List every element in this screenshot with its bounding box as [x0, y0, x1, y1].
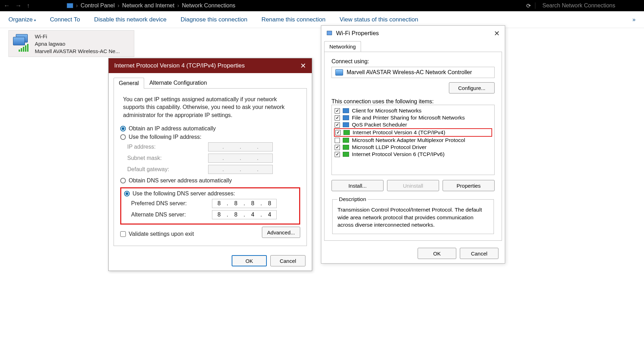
- item-label: QoS Packet Scheduler: [352, 122, 407, 128]
- connection-item[interactable]: Client for Microsoft Networks: [334, 107, 492, 114]
- protocol-icon: [343, 108, 349, 113]
- protocol-icon: [343, 122, 349, 127]
- breadcrumb[interactable]: › Control Panel › Network and Internet ›…: [67, 2, 522, 9]
- default-gateway-field: ...: [208, 165, 273, 174]
- ipv4-titlebar[interactable]: Internet Protocol Version 4 (TCP/IPv4) P…: [109, 58, 312, 73]
- tab-networking[interactable]: Networking: [324, 41, 361, 52]
- item-checkbox[interactable]: [335, 152, 340, 157]
- wifi-properties-dialog: Wi-Fi Properties ✕ Networking Connect us…: [321, 25, 505, 264]
- alternate-dns-field[interactable]: 8. 8. 4. 4: [212, 210, 277, 219]
- item-checkbox[interactable]: [335, 138, 340, 143]
- ip-address-field: ...: [208, 142, 273, 151]
- label-ip-address: IP address:: [127, 144, 208, 150]
- adapter-tile-wifi[interactable]: Wi-Fi Apna lagwao Marvell AVASTAR Wirele…: [8, 30, 134, 57]
- item-checkbox[interactable]: [335, 130, 341, 135]
- radio-auto-ip[interactable]: Obtain an IP address automatically: [120, 125, 300, 132]
- item-label: Microsoft Network Adapter Multiplexor Pr…: [352, 137, 465, 143]
- radio-use-dns-indicator: [124, 191, 130, 196]
- connection-item[interactable]: Internet Protocol Version 4 (TCP/IPv4): [334, 128, 492, 137]
- radio-use-ip[interactable]: Use the following IP address:: [120, 134, 300, 140]
- radio-auto-ip-indicator: [120, 126, 126, 131]
- label-default-gateway: Default gateway:: [127, 166, 208, 173]
- ipv4-title: Internet Protocol Version 4 (TCP/IPv4) P…: [114, 62, 245, 69]
- description-legend: Description: [337, 196, 368, 202]
- svg-rect-0: [327, 31, 332, 35]
- connection-item[interactable]: Microsoft Network Adapter Multiplexor Pr…: [334, 137, 492, 144]
- connection-items-list[interactable]: Client for Microsoft NetworksFile and Pr…: [331, 105, 495, 175]
- radio-auto-dns-indicator: [120, 178, 126, 183]
- ipv4-properties-dialog: Internet Protocol Version 4 (TCP/IPv4) P…: [108, 58, 312, 271]
- cancel-button[interactable]: Cancel: [270, 255, 305, 266]
- connection-item[interactable]: QoS Packet Scheduler: [334, 121, 492, 128]
- label-preferred-dns: Preferred DNS server:: [131, 200, 212, 207]
- search-input[interactable]: Search Network Connections: [535, 2, 640, 9]
- protocol-icon: [343, 130, 350, 135]
- connection-item[interactable]: Internet Protocol Version 6 (TCP/IPv6): [334, 151, 492, 158]
- close-icon[interactable]: ✕: [300, 62, 306, 70]
- adapter-name: Wi-Fi: [35, 33, 120, 40]
- tab-general[interactable]: General: [114, 78, 144, 89]
- properties-button[interactable]: Properties: [443, 180, 495, 191]
- tab-alternate-config[interactable]: Alternate Configuration: [144, 77, 212, 88]
- label-alternate-dns: Alternate DNS server:: [131, 212, 212, 218]
- radio-use-dns[interactable]: Use the following DNS server addresses:: [124, 190, 296, 197]
- nic-name: Marvell AVASTAR Wireless-AC Network Cont…: [347, 69, 472, 76]
- wifi-adapter-icon: [12, 33, 31, 52]
- validate-checkbox-box: [120, 231, 126, 237]
- item-label: File and Printer Sharing for Microsoft N…: [352, 115, 465, 121]
- disable-device-button[interactable]: Disable this network device: [94, 16, 167, 23]
- item-label: Microsoft LLDP Protocol Driver: [352, 144, 426, 150]
- items-label: This connection uses the following items…: [331, 98, 495, 105]
- nic-selector[interactable]: Marvell AVASTAR Wireless-AC Network Cont…: [331, 67, 495, 78]
- advanced-button[interactable]: Advanced...: [262, 227, 300, 238]
- subnet-mask-field: ...: [208, 154, 273, 163]
- ok-button[interactable]: OK: [418, 248, 456, 259]
- item-checkbox[interactable]: [335, 145, 340, 150]
- label-subnet-mask: Subnet mask:: [127, 155, 208, 161]
- radio-auto-dns[interactable]: Obtain DNS server address automatically: [120, 177, 300, 184]
- configure-button[interactable]: Configure...: [449, 82, 495, 93]
- install-button[interactable]: Install...: [331, 180, 384, 191]
- connect-to-button[interactable]: Connect To: [50, 16, 80, 23]
- refresh-icon[interactable]: ⟳: [526, 2, 531, 9]
- connection-item[interactable]: Microsoft LLDP Protocol Driver: [334, 144, 492, 151]
- protocol-icon: [343, 145, 349, 150]
- radio-use-ip-indicator: [120, 134, 126, 140]
- close-icon[interactable]: ✕: [494, 29, 500, 38]
- protocol-icon: [343, 138, 349, 143]
- diagnose-button[interactable]: Diagnose this connection: [181, 16, 247, 23]
- uninstall-button: Uninstall: [387, 180, 439, 191]
- dns-highlight-box: Use the following DNS server addresses: …: [120, 187, 300, 225]
- protocol-icon: [343, 115, 349, 120]
- wifi-dialog-icon: [326, 30, 333, 37]
- cancel-button[interactable]: Cancel: [460, 248, 498, 259]
- item-checkbox[interactable]: [335, 108, 340, 114]
- adapter-ssid: Apna lagwao: [35, 40, 120, 47]
- rename-button[interactable]: Rename this connection: [262, 16, 326, 23]
- wifi-titlebar[interactable]: Wi-Fi Properties ✕: [321, 26, 505, 41]
- crumb-network-connections[interactable]: Network Connections: [182, 2, 235, 9]
- connection-item[interactable]: File and Printer Sharing for Microsoft N…: [334, 114, 492, 121]
- ok-button[interactable]: OK: [232, 255, 267, 266]
- description-group: Description Transmission Control Protoco…: [332, 196, 494, 234]
- crumb-control-panel[interactable]: Control Panel: [80, 2, 115, 9]
- view-status-button[interactable]: View status of this connection: [340, 16, 418, 23]
- item-label: Client for Microsoft Networks: [352, 108, 421, 114]
- organize-menu[interactable]: Organize▾: [8, 16, 36, 23]
- address-bar: ← → ↑ › Control Panel › Network and Inte…: [0, 0, 644, 11]
- preferred-dns-field[interactable]: 8. 8. 8. 8: [212, 199, 277, 208]
- ipv4-description: You can get IP settings assigned automat…: [123, 96, 297, 119]
- adapter-device: Marvell AVASTAR Wireless-AC Ne...: [35, 47, 120, 55]
- protocol-icon: [343, 152, 349, 157]
- nav-arrows[interactable]: ← → ↑: [4, 2, 67, 9]
- item-checkbox[interactable]: [335, 122, 340, 128]
- control-panel-icon: [67, 3, 73, 8]
- crumb-network-internet[interactable]: Network and Internet: [122, 2, 175, 9]
- ipv4-tabs: General Alternate Configuration: [114, 77, 307, 89]
- wifi-title: Wi-Fi Properties: [336, 30, 379, 37]
- item-label: Internet Protocol Version 6 (TCP/IPv6): [352, 151, 445, 157]
- item-label: Internet Protocol Version 4 (TCP/IPv4): [353, 129, 445, 136]
- item-checkbox[interactable]: [335, 115, 340, 121]
- connect-using-label: Connect using:: [331, 58, 495, 65]
- overflow-chevron[interactable]: »: [632, 17, 636, 23]
